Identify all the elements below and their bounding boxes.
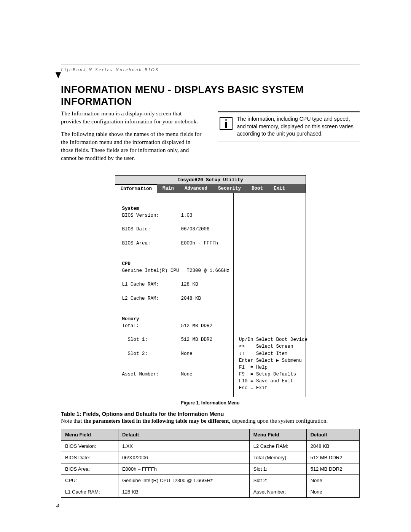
table-header: Default [306,429,359,441]
table-cell: E000h – FFFFh [118,463,249,475]
bios-value: None [181,350,230,357]
intro-left-column: The Information menu is a display-only s… [61,110,203,167]
bios-help-line: F9 = Setup Defaults [239,371,307,378]
intro-p2: The following table shows the names of t… [61,130,203,162]
bios-help-line: F10 = Save and Exit [239,378,307,385]
bios-value: 06/08/2006 [181,226,230,233]
table-cell: BIOS Area: [61,463,118,475]
table-cell: L1 Cache RAM: [61,486,118,498]
page-title: INFORMATION MENU - DISPLAYS BASIC SYSTEM… [61,84,360,107]
table-cell: Slot 1: [249,463,306,475]
bios-tab-security[interactable]: Security [213,184,246,193]
table-note-bold: the parameters listed in the following t… [83,418,230,424]
table-title: Table 1: Fields, Options and Defaults fo… [61,411,360,417]
figure-caption: Figure 1. Information Menu [61,400,360,406]
table-cell: L2 Cache RAM: [249,441,306,452]
table-cell: 128 KB [118,486,249,498]
bios-label: Genuine Intel(R) CPU [122,267,187,274]
bios-help-line: ↓↑ Select Item [239,350,307,357]
table-header: Menu Field [61,429,118,441]
bios-label: Asset Number: [122,371,181,378]
page-number: 4 [56,503,59,509]
bios-section-system: System [122,206,139,211]
table-row: BIOS Version: 1.XX L2 Cache RAM: 2048 KB [61,441,360,452]
info-icon [220,117,233,130]
bios-help-line: Up/Dn Select Boot Device [239,336,307,343]
table-cell: 512 MB DDR2 [306,452,359,463]
table-row: L1 Cache RAM: 128 KB Asset Number: None [61,486,360,498]
table-header: Menu Field [249,429,306,441]
bios-value: 512 MB DDR2 [181,336,230,343]
bios-help-line: Enter Select ▶ Submenu [239,357,307,364]
bios-label: Slot 1: [122,336,181,343]
bios-label: L1 Cache RAM: [122,281,181,288]
bios-label: BIOS Area: [122,240,181,247]
table-cell: Asset Number: [249,486,306,498]
table-cell: Slot 2: [249,475,306,486]
bios-help-line: <> Select Screen [239,343,307,350]
bios-label: BIOS Version: [122,212,181,219]
table-row: BIOS Area: E000h – FFFFh Slot 1: 512 MB … [61,463,360,475]
table-cell: Total (Memory): [249,452,306,463]
table-cell: 06/XX/2006 [118,452,249,463]
header-rule [61,64,360,64]
info-note-box: The information, including CPU type and … [218,111,360,142]
running-head: LifeBook N Series Notebook BIOS [61,67,159,73]
table-header-row: Menu Field Default Menu Field Default [61,429,360,441]
table-cell: None [306,475,359,486]
bios-section-cpu: CPU [122,261,131,267]
bios-help-line: F1 = Help [239,364,307,371]
bios-value: 1.03 [181,212,230,219]
bios-value: 512 MB DDR2 [181,323,230,329]
bios-label: L2 Cache RAM: [122,295,181,302]
table-cell: 1.XX [118,441,249,452]
table-note: Note that the parameters listed in the f… [61,418,360,424]
intro-right-column: The information, including CPU type and … [218,110,360,167]
bios-utility-title: InsydeH20 Setup Utility [115,176,306,184]
table-header: Default [118,429,249,441]
bios-value: T2300 @ 1.66GHz [187,267,230,274]
table-cell: 512 MB DDR2 [306,463,359,475]
side-marker-icon [56,72,61,78]
table-note-suffix: depending upon the system configuration. [231,418,328,424]
bios-tab-main[interactable]: Main [157,184,179,193]
bios-figure: InsydeH20 Setup Utility Information Main… [115,175,306,398]
table-note-prefix: Note that [61,418,83,424]
table-cell: None [306,486,359,498]
table-cell: 2048 KB [306,441,359,452]
bios-tab-boot[interactable]: Boot [246,184,268,193]
table-cell: BIOS Date: [61,452,118,463]
bios-tab-advanced[interactable]: Advanced [179,184,213,193]
bios-label: Total: [122,323,181,329]
bios-value: 128 KB [181,281,230,288]
bios-value: E000h - FFFFh [181,240,230,247]
bios-value: 2048 KB [181,295,230,302]
table-cell: CPU: [61,475,118,486]
bios-label: BIOS Date: [122,226,181,233]
table-row: CPU: Genuine Intel(R) CPU T2300 @ 1.66GH… [61,475,360,486]
bios-value: None [181,371,230,378]
bios-left-pane: System BIOS Version:1.03 BIOS Date:06/08… [115,193,234,397]
bios-tab-information[interactable]: Information [115,184,158,193]
bios-label: Slot 2: [122,350,181,357]
intro-p1: The Information menu is a display-only s… [61,110,203,126]
table-cell: BIOS Version: [61,441,118,452]
fields-table: Menu Field Default Menu Field Default BI… [61,429,360,498]
bios-section-memory: Memory [122,316,139,322]
table-cell: Genuine Intel(R) CPU T2300 @ 1.66GHz [118,475,249,486]
bios-help-pane: Up/Dn Select Boot Device <> Select Scree… [234,193,311,397]
table-row: BIOS Date: 06/XX/2006 Total (Memory): 51… [61,452,360,463]
info-note-text: The information, including CPU type and … [237,115,358,138]
bios-help-line: Esc = Exit [239,385,307,391]
bios-tab-bar: Information Main Advanced Security Boot … [115,184,306,193]
bios-tab-exit[interactable]: Exit [268,184,290,193]
